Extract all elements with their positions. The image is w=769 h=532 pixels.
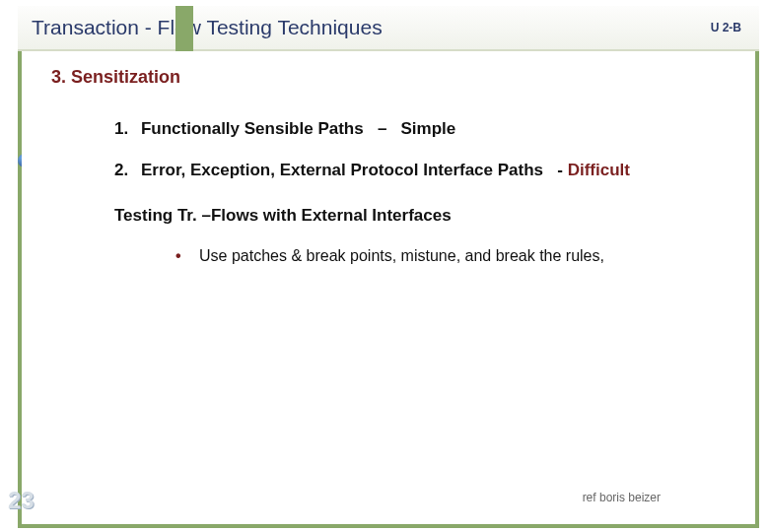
title-bar: Transaction - Flow Testing Techniques U … <box>18 6 759 51</box>
section-number: 3. <box>51 67 66 87</box>
slide: Transaction - Flow Testing Techniques U … <box>0 0 769 532</box>
content-area: 3. Sensitization 1. Functionally Sensibl… <box>22 51 755 524</box>
item-number: 2. <box>114 161 128 179</box>
section-title: Sensitization <box>71 67 180 87</box>
list-item: 1. Functionally Sensible Paths – Simple <box>114 119 730 139</box>
bullet-text: Use patches & break points, mistune, and… <box>199 247 604 264</box>
item-text: Functionally Sensible Paths <box>141 119 364 138</box>
reference-text: ref boris beizer <box>583 491 661 504</box>
subheading: Testing Tr. –Flows with External Interfa… <box>114 206 730 226</box>
bullet-item: • Use patches & break points, mistune, a… <box>175 247 730 265</box>
slide-number: 23 <box>8 487 35 514</box>
list-item: 2. Error, Exception, External Protocol I… <box>114 161 730 180</box>
item-sep: – <box>378 119 386 138</box>
item-note: Difficult <box>568 161 630 179</box>
bullet-icon: • <box>175 247 181 264</box>
item-text: Error, Exception, External Protocol Inte… <box>141 161 543 179</box>
item-note: Simple <box>401 119 456 138</box>
unit-tag: U 2-B <box>711 21 741 34</box>
section-heading: 3. Sensitization <box>51 67 730 88</box>
item-number: 1. <box>114 119 128 138</box>
item-sep: - <box>557 161 563 179</box>
slide-title: Transaction - Flow Testing Techniques <box>32 16 383 39</box>
